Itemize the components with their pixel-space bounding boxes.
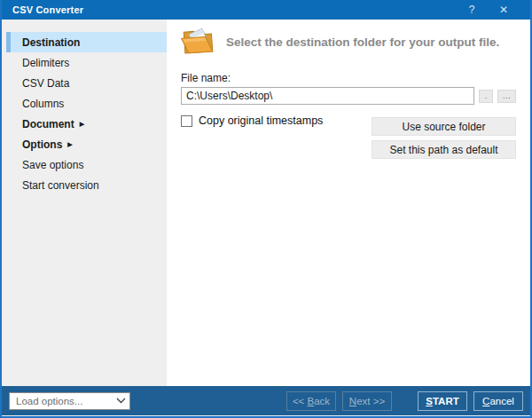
- load-options-dropdown[interactable]: Load options...: [9, 392, 130, 410]
- chevron-right-icon: ▶: [80, 120, 84, 128]
- sidebar-item-label: Destination: [22, 36, 80, 49]
- content-area: Destination Delimiters CSV Data Columns …: [2, 20, 530, 386]
- open-folder-icon: [180, 26, 217, 59]
- main-panel: Select the destination folder for your o…: [167, 20, 530, 386]
- sidebar-item-label: Start conversion: [22, 179, 99, 192]
- sidebar-item-columns[interactable]: Columns: [2, 93, 167, 114]
- cancel-button[interactable]: Cancel: [473, 391, 523, 411]
- sidebar-item-csv-data[interactable]: CSV Data: [2, 73, 167, 93]
- chevron-right-icon: ▶: [67, 140, 72, 148]
- page-title: Select the destination folder for your o…: [226, 35, 499, 49]
- dot-button[interactable]: .: [479, 90, 493, 103]
- file-name-input[interactable]: [181, 87, 474, 105]
- sidebar-item-label: Save options: [22, 159, 83, 171]
- sidebar-item-label: Options: [22, 138, 62, 151]
- page-header: Select the destination folder for your o…: [181, 27, 516, 57]
- titlebar: CSV Converter ? ✕: [2, 0, 530, 20]
- load-options-value: Load options...: [16, 396, 82, 406]
- back-button[interactable]: << Back: [286, 391, 336, 411]
- close-icon[interactable]: ✕: [488, 0, 520, 20]
- chevron-down-icon: [116, 398, 126, 404]
- start-button[interactable]: START: [418, 391, 467, 411]
- folder-actions: Use source folder Set this path as defau…: [372, 117, 516, 159]
- file-name-row: . ...: [181, 87, 516, 105]
- browse-ellipsis-button[interactable]: ...: [497, 90, 516, 103]
- app-window: CSV Converter ? ✕ Destination Delimiters…: [0, 0, 532, 418]
- copy-timestamps-label: Copy original timestamps: [199, 114, 323, 127]
- use-source-folder-button[interactable]: Use source folder: [372, 117, 516, 136]
- sidebar-item-delimiters[interactable]: Delimiters: [2, 52, 167, 73]
- copy-timestamps-checkbox[interactable]: [181, 115, 192, 127]
- footer-bar: Load options... << Back Next >> START Ca…: [2, 386, 530, 416]
- sidebar-item-label: CSV Data: [22, 77, 69, 90]
- next-button[interactable]: Next >>: [342, 391, 392, 411]
- window-title: CSV Converter: [12, 4, 83, 15]
- sidebar-item-destination[interactable]: Destination: [6, 32, 167, 52]
- titlebar-controls: ? ✕: [456, 0, 520, 20]
- sidebar-item-label: Document: [22, 118, 74, 130]
- set-default-path-button[interactable]: Set this path as default: [372, 140, 516, 159]
- sidebar-item-start-conversion[interactable]: Start conversion: [2, 175, 167, 195]
- copy-timestamps-group: Copy original timestamps: [181, 113, 323, 127]
- sidebar: Destination Delimiters CSV Data Columns …: [2, 20, 167, 386]
- sidebar-item-save-options[interactable]: Save options: [2, 154, 167, 175]
- footer-buttons: << Back Next >> START Cancel: [280, 391, 523, 411]
- file-name-label: File name:: [181, 72, 516, 84]
- help-icon[interactable]: ?: [456, 0, 488, 20]
- sidebar-item-label: Columns: [22, 98, 64, 110]
- options-row: Copy original timestamps Use source fold…: [181, 113, 516, 159]
- sidebar-item-options[interactable]: Options ▶: [2, 134, 167, 154]
- sidebar-item-document[interactable]: Document ▶: [2, 114, 167, 134]
- sidebar-item-label: Delimiters: [22, 57, 69, 69]
